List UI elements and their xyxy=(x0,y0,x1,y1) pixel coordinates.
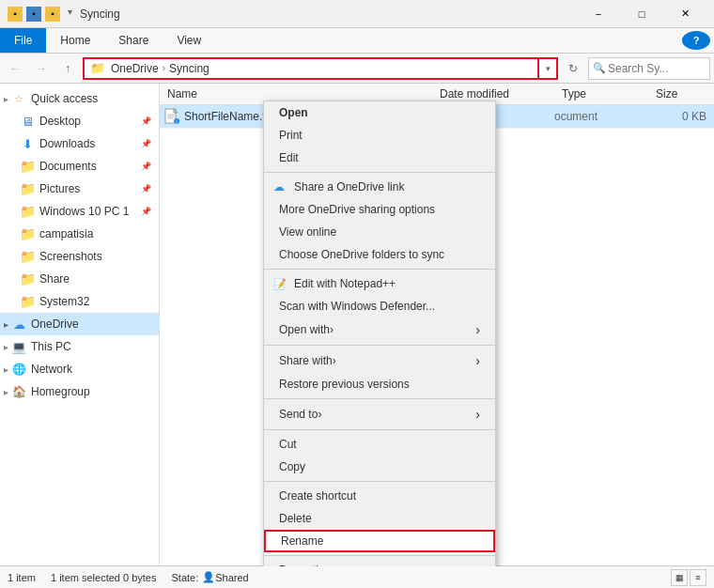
ribbon: File Home Share View ? xyxy=(0,28,714,54)
window-title: Syncing xyxy=(80,8,577,21)
context-menu: Open Print Edit ☁ Share a OneDrive link … xyxy=(263,101,496,566)
nav-label-screenshots: Screenshots xyxy=(39,250,151,263)
tab-file[interactable]: File xyxy=(0,28,46,53)
ctx-restore-previous[interactable]: Restore previous versions xyxy=(264,373,495,395)
nav-item-windows10pc[interactable]: 📁 Windows 10 PC 1 📌 xyxy=(0,200,159,223)
expand-icon-onedrive: ▸ xyxy=(4,319,8,330)
pin-icon-documents: 📌 xyxy=(141,162,151,171)
ctx-share-with[interactable]: Share with › xyxy=(264,348,495,373)
notepad-ctx-icon: 📝 xyxy=(273,278,287,290)
ctx-share-onedrive-link[interactable]: ☁ Share a OneDrive link xyxy=(264,176,495,198)
ctx-open[interactable]: Open xyxy=(264,101,495,124)
nav-item-system32[interactable]: 📁 System32 xyxy=(0,290,159,313)
nav-item-homegroup[interactable]: ▸ 🏠 Homegroup xyxy=(0,380,159,403)
onedrive-ctx-icon: ☁ xyxy=(273,180,285,193)
path-folder-icon: 📁 xyxy=(90,61,105,75)
search-box[interactable]: 🔍 xyxy=(588,57,710,80)
ctx-scan-defender-label: Scan with Windows Defender... xyxy=(279,300,435,313)
folder-icon-pictures: 📁 xyxy=(19,180,36,197)
ctx-properties-label: Properties xyxy=(279,564,331,566)
ctx-more-onedrive[interactable]: More OneDrive sharing options xyxy=(264,198,495,221)
onedrive-icon: ☁ xyxy=(10,316,27,333)
expand-icon-thispc: ▸ xyxy=(4,342,8,352)
ctx-delete[interactable]: Delete xyxy=(264,507,495,530)
ctx-copy-label: Copy xyxy=(279,460,305,473)
title-icon-blue: ▪ xyxy=(26,7,41,22)
view-icons: ▦ ≡ xyxy=(671,569,706,586)
ctx-view-online[interactable]: View online xyxy=(264,221,495,243)
search-input[interactable] xyxy=(608,62,706,75)
tab-share[interactable]: Share xyxy=(104,28,163,53)
star-icon: ☆ xyxy=(10,90,27,107)
ctx-send-to-label: Send to xyxy=(279,408,318,421)
ctx-print[interactable]: Print xyxy=(264,124,495,147)
nav-item-desktop[interactable]: 🖥 Desktop 📌 xyxy=(0,110,159,132)
minimize-button[interactable]: − xyxy=(577,0,620,28)
main-area: ▸ ☆ Quick access 🖥 Desktop 📌 ⬇ Downloads… xyxy=(0,84,714,566)
nav-label-share: Share xyxy=(39,272,151,286)
ctx-sep-6 xyxy=(264,481,495,482)
ctx-send-to-arrow: › xyxy=(318,408,321,421)
back-button[interactable]: ← xyxy=(4,57,26,80)
nav-item-share[interactable]: 📁 Share xyxy=(0,268,159,290)
col-header-type[interactable]: Type xyxy=(554,85,648,102)
address-path[interactable]: 📁 OneDrive › Syncing xyxy=(83,57,539,80)
path-segment-syncing[interactable]: Syncing xyxy=(169,62,210,75)
state-value: Shared xyxy=(215,572,248,583)
nav-item-onedrive[interactable]: ▸ ☁ OneDrive xyxy=(0,313,159,335)
quick-access-toolbar: ▾ xyxy=(68,7,72,22)
view-list-button[interactable]: ≡ xyxy=(690,569,706,586)
nav-item-network[interactable]: ▸ 🌐 Network xyxy=(0,358,159,380)
nav-label-quick-access: Quick access xyxy=(31,92,151,105)
expand-icon: ▸ xyxy=(4,94,8,104)
ctx-create-shortcut[interactable]: Create shortcut xyxy=(264,485,495,507)
ctx-properties[interactable]: Properties xyxy=(264,559,495,566)
forward-button[interactable]: → xyxy=(30,57,53,80)
nav-item-thispc[interactable]: ▸ 💻 This PC xyxy=(0,335,159,358)
ctx-choose-folders[interactable]: Choose OneDrive folders to sync xyxy=(264,243,495,266)
nav-item-documents[interactable]: 📁 Documents 📌 xyxy=(0,155,159,178)
address-dropdown[interactable]: ▾ xyxy=(539,57,558,80)
ctx-scan-defender[interactable]: Scan with Windows Defender... xyxy=(264,295,495,317)
ctx-edit-notepad[interactable]: 📝 Edit with Notepad++ xyxy=(264,272,495,295)
ctx-send-to[interactable]: Send to › xyxy=(264,402,495,426)
tab-view[interactable]: View xyxy=(163,28,215,53)
ctx-view-online-label: View online xyxy=(279,225,336,239)
nav-label-campatisia: campatisia xyxy=(39,227,151,240)
folder-icon-windows10pc: 📁 xyxy=(19,203,36,220)
nav-label-desktop: Desktop xyxy=(39,115,139,128)
up-button[interactable]: ↑ xyxy=(56,57,79,80)
ctx-choose-folders-label: Choose OneDrive folders to sync xyxy=(279,248,444,261)
help-button[interactable]: ? xyxy=(682,31,710,50)
ctx-cut[interactable]: Cut xyxy=(264,433,495,456)
path-segment-onedrive[interactable]: OneDrive xyxy=(111,62,159,75)
ctx-open-with[interactable]: Open with › xyxy=(264,317,495,342)
nav-item-downloads[interactable]: ⬇ Downloads 📌 xyxy=(0,132,159,155)
tab-home[interactable]: Home xyxy=(46,28,104,53)
svg-text:↕: ↕ xyxy=(176,119,178,125)
ctx-rename[interactable]: Rename xyxy=(264,530,495,552)
refresh-button[interactable]: ↻ xyxy=(562,57,584,80)
ctx-edit[interactable]: Edit xyxy=(264,147,495,169)
view-grid-button[interactable]: ▦ xyxy=(671,569,688,586)
folder-icon-share: 📁 xyxy=(19,271,36,287)
ctx-open-label: Open xyxy=(279,106,308,119)
path-arrow-1: › xyxy=(163,63,165,73)
nav-item-pictures[interactable]: 📁 Pictures 📌 xyxy=(0,178,159,200)
close-button[interactable]: ✕ xyxy=(663,0,706,28)
pin-icon: 📌 xyxy=(141,116,151,126)
ctx-create-shortcut-label: Create shortcut xyxy=(279,489,356,503)
maximize-button[interactable]: □ xyxy=(620,0,663,28)
title-bar: ▪ ▪ ▪ ▾ Syncing − □ ✕ xyxy=(0,0,714,28)
nav-item-quick-access[interactable]: ▸ ☆ Quick access xyxy=(0,87,159,110)
nav-item-campatisia[interactable]: 📁 campatisia xyxy=(0,223,159,245)
nav-label-homegroup: Homegroup xyxy=(31,385,151,398)
ctx-copy[interactable]: Copy xyxy=(264,456,495,478)
nav-item-screenshots[interactable]: 📁 Screenshots xyxy=(0,245,159,268)
ctx-sep-2 xyxy=(264,269,495,270)
pin-icon-downloads: 📌 xyxy=(141,139,151,148)
nav-label-thispc: This PC xyxy=(31,340,151,353)
ctx-share-onedrive-label: Share a OneDrive link xyxy=(294,180,404,193)
col-header-size[interactable]: Size xyxy=(648,85,714,102)
pin-icon-pictures: 📌 xyxy=(141,184,151,193)
